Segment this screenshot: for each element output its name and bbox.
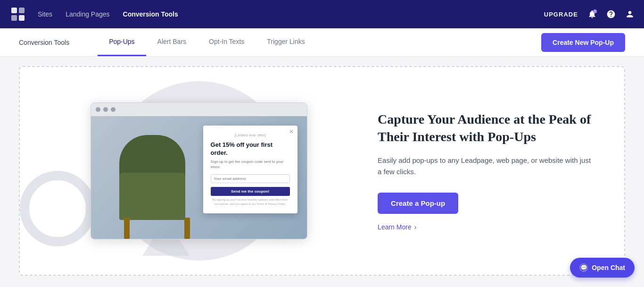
promo-description: Easily add pop-ups to any Leadpage, web … (378, 155, 596, 177)
learn-more-text: Learn More (378, 223, 412, 231)
svg-rect-1 (19, 8, 25, 13)
popup-overlay: ✕ [Limited time offer] Get 15% off your … (203, 126, 297, 213)
browser-dot-3 (111, 107, 116, 112)
popup-offer-label: [Limited time offer] (211, 133, 290, 137)
notifications-button[interactable] (587, 9, 597, 19)
chair-illustration (110, 135, 204, 239)
chair-seat (119, 173, 185, 220)
nav-right: UPGRADE (544, 9, 635, 19)
upgrade-button[interactable]: UPGRADE (544, 11, 578, 18)
learn-more-link[interactable]: Learn More › (378, 223, 596, 231)
chair-leg-left (124, 218, 130, 239)
browser-dot-1 (96, 107, 100, 112)
browser-body: ✕ [Limited time offer] Get 15% off your … (91, 116, 307, 239)
tab-pop-ups[interactable]: Pop-Ups (98, 28, 146, 56)
top-navigation: Sites Landing Pages Conversion Tools UPG… (0, 0, 644, 28)
browser-titlebar (91, 103, 307, 116)
open-chat-label: Open Chat (592, 264, 625, 271)
sub-navigation: Conversion Tools Pop-Ups Alert Bars Opt-… (0, 28, 644, 57)
open-chat-button[interactable]: 💬 Open Chat (570, 258, 635, 278)
popup-subtitle: Sign up to get the coupon code sent to y… (211, 159, 290, 169)
svg-rect-0 (11, 8, 17, 13)
learn-more-arrow-icon: › (414, 223, 417, 231)
nav-conversion-tools[interactable]: Conversion Tools (123, 10, 178, 18)
create-popup-button[interactable]: Create a Pop-up (378, 193, 458, 214)
browser-mockup: ✕ [Limited time offer] Get 15% off your … (91, 102, 307, 239)
main-content: ✕ [Limited time offer] Get 15% off your … (0, 57, 644, 287)
tab-opt-in-texts[interactable]: Opt-In Texts (198, 28, 256, 56)
nav-landing-pages[interactable]: Landing Pages (66, 10, 109, 18)
tab-alert-bars[interactable]: Alert Bars (146, 28, 198, 56)
content-side: Capture Your Audience at the Peak of The… (349, 111, 596, 231)
chat-icon: 💬 (579, 263, 588, 272)
popup-email-input[interactable] (211, 174, 290, 183)
create-new-popup-button[interactable]: Create New Pop-Up (541, 33, 625, 52)
deco-circle (20, 171, 95, 246)
tab-trigger-links[interactable]: Trigger Links (256, 28, 316, 56)
illustration-side: ✕ [Limited time offer] Get 15% off your … (48, 86, 349, 256)
promo-card: ✕ [Limited time offer] Get 15% off your … (19, 66, 625, 276)
logo[interactable] (9, 6, 26, 23)
popup-close-icon[interactable]: ✕ (289, 128, 294, 135)
user-account-button[interactable] (625, 9, 635, 19)
popup-cta-button[interactable]: Send me the coupon! (211, 187, 290, 196)
nav-sites[interactable]: Sites (38, 10, 52, 18)
browser-dot-2 (103, 107, 108, 112)
popup-title: Get 15% off your first order. (211, 141, 290, 157)
notification-dot (593, 9, 597, 13)
popup-fine-print: By signing up you'll receive monthly upd… (211, 198, 290, 206)
promo-heading: Capture Your Audience at the Peak of The… (378, 111, 596, 145)
svg-rect-3 (19, 15, 25, 21)
chair-leg-right (184, 218, 190, 239)
sub-nav-title: Conversion Tools (19, 39, 69, 46)
help-button[interactable] (606, 9, 616, 19)
nav-links: Sites Landing Pages Conversion Tools (38, 10, 544, 18)
svg-rect-2 (11, 15, 17, 21)
sub-nav-tabs: Pop-Ups Alert Bars Opt-In Texts Trigger … (98, 28, 541, 56)
